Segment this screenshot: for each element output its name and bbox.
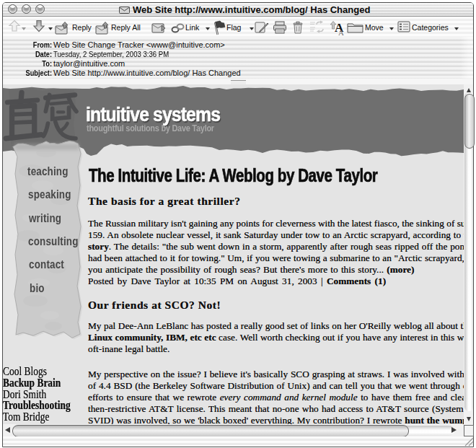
svg-text:A: A	[338, 28, 344, 36]
